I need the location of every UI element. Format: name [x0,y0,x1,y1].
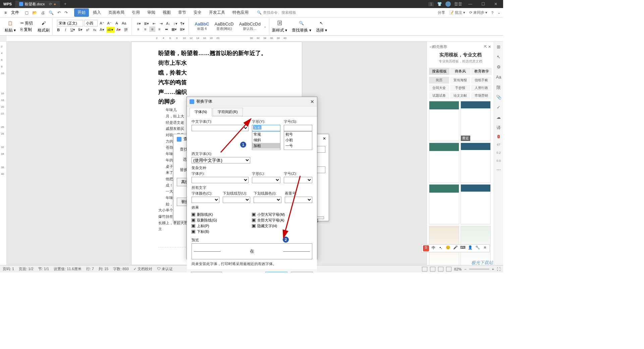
tab-security[interactable]: 安全 [190,8,205,17]
en-font-select[interactable]: (使用中文字体) [192,157,250,163]
style-heading4[interactable]: AaBbC标题 4 [192,20,211,32]
double-strike-check[interactable]: 双删除线(G) [192,218,252,223]
ime-tool-icon[interactable]: 🔧 [475,245,481,251]
shading-icon[interactable]: ▦▾ [170,27,178,32]
undo-icon[interactable]: ↶ [56,10,62,16]
hamburger-icon[interactable]: ≡ [3,10,8,15]
template-thumb[interactable]: 最近 [461,101,491,141]
open-icon[interactable]: 📂 [31,10,39,16]
tab-devtools[interactable]: 开发工具 [206,8,228,17]
style-icon[interactable]: Aa [496,74,501,80]
style-input[interactable]: 加粗 [252,125,280,131]
paste-button[interactable]: 📋 粘贴 ▾ [3,19,18,34]
highlight-icon[interactable]: ab▾ [106,27,114,33]
tab-close-icon[interactable]: ⟳ [49,2,52,6]
minimize-button[interactable]: — [466,2,475,6]
view-outline-icon[interactable] [430,267,435,271]
align-right-icon[interactable]: ≡ [149,27,155,32]
subscript-check[interactable]: 下标(B) [192,229,252,234]
allcaps-check[interactable]: 全部大写字母(A) [252,218,312,223]
superscript-icon[interactable]: x² [85,27,91,33]
font-size-select[interactable] [84,20,98,27]
subscript-icon[interactable]: x₂ [92,27,98,33]
format-painter-button[interactable]: 🖌 格式刷 [36,19,52,34]
tab-font[interactable]: 字体(N) [190,108,212,116]
ime-menu-icon[interactable]: ≡ [482,245,488,251]
user-avatar[interactable] [445,1,451,7]
command-search[interactable]: 🔍 查找命令、搜索模板 [257,10,296,15]
ime-emoji-icon[interactable]: 😊 [445,245,451,251]
collapse-ribbon-icon[interactable]: ⌄ [497,10,500,15]
select-icon[interactable]: ↖ [496,54,501,60]
shrink-font-icon[interactable]: A⁻ [106,20,113,26]
font-color-select[interactable] [192,197,219,203]
more-icon[interactable]: ⋯ [496,167,501,172]
view-web-icon[interactable] [438,267,443,271]
sogou-icon[interactable]: S [423,245,429,251]
redo-icon[interactable]: ↷ [63,10,69,16]
help-icon[interactable]: ? [491,11,493,15]
complex-style-select[interactable] [252,177,280,183]
find-replace-button[interactable]: 🔍 查找替换 ▾ [290,19,313,34]
ime-keyboard-icon[interactable]: ⌨ [460,245,466,251]
limit-icon[interactable]: 限 [496,85,501,90]
smallcaps-check[interactable]: 小型大写字母(M) [252,212,312,217]
style-default[interactable]: AaBbCcDd默认段… [237,20,263,32]
tab-char-spacing[interactable]: 字符间距(R) [213,108,243,116]
ime-punct-icon[interactable]: •, [438,245,444,251]
style-listbox[interactable]: 常规 倾斜 加粗 [252,131,280,150]
style-normal-web[interactable]: AaBbCcD普通(网站) [212,20,236,32]
sb-words[interactable]: 字数: 893 [113,266,128,271]
indent-right-icon[interactable]: ⇥ [158,21,164,27]
ime-cn-icon[interactable]: 中 [430,245,436,251]
sb-proof[interactable]: ✓ 文档校对 [133,266,152,271]
settings-icon[interactable]: ⚙ [496,64,501,70]
tab-layout[interactable]: 页面布局 [105,8,128,17]
strike-check[interactable]: 删除线(K) [192,212,252,217]
zoom-slider[interactable] [469,268,489,270]
share-button[interactable]: 分享 [438,10,445,15]
clip-icon[interactable]: 📎 [496,95,501,100]
tab-insert[interactable]: 插入 [90,8,104,17]
align-justify-icon[interactable]: ≡ [156,27,162,32]
rp-tab-search[interactable]: 搜索模板 [429,68,449,75]
complex-font-select[interactable] [192,177,249,183]
copy-icon[interactable]: ⎘ [20,27,23,32]
proof-icon[interactable]: ✓ [496,105,501,110]
preview-icon[interactable]: 🔍 [47,10,55,16]
sb-auth[interactable]: 🛡 未认证 [157,266,173,271]
underline-icon[interactable]: U▾ [69,27,76,33]
underline-style-select[interactable] [223,197,251,203]
strike-icon[interactable]: S̶▾ [77,27,84,33]
translate-icon[interactable]: 译 [496,125,501,130]
print-icon[interactable]: 🖨 [40,10,46,16]
font-color-icon[interactable]: A▾ [115,27,122,33]
template-thumb[interactable] [429,101,459,141]
zoom-label[interactable]: 82% [454,267,462,271]
superscript-check[interactable]: 上标(P) [192,223,252,229]
underline-color-select[interactable] [254,197,281,203]
tab-start[interactable]: 开始 [74,8,89,17]
file-menu[interactable]: 文件 [8,10,22,15]
template-thumb[interactable] [429,143,459,183]
ime-mic-icon[interactable]: 🎤 [452,245,459,251]
change-case-icon[interactable]: Aa [121,20,127,26]
cancel-button[interactable]: 取消 [291,272,313,272]
align-left-icon[interactable]: ≡ [135,27,141,32]
cut-icon[interactable]: ✂ [20,21,24,26]
tab-view[interactable]: 视图 [159,8,174,17]
clear-format-icon[interactable]: A̶ [114,20,120,26]
rp-tab-business[interactable]: 商务风 [450,68,471,75]
sb-pageof[interactable]: 页面: 1/2 [19,266,33,271]
borders-icon[interactable]: ⊞▾ [179,27,186,32]
sb-page[interactable]: 页码: 1 [3,266,14,271]
zoom-in-icon[interactable]: + [492,267,494,271]
grow-font-icon[interactable]: A⁺ [99,20,105,26]
template-thumb[interactable] [429,184,459,225]
emphasis-select[interactable] [285,197,313,203]
default-button[interactable]: 默认(D)... [191,272,222,272]
show-marks-icon[interactable]: ¶▾ [179,21,185,27]
numbering-icon[interactable]: ≣▾ [143,21,150,27]
ok-button[interactable]: 确定 [265,272,287,272]
new-icon[interactable]: ▢ [23,10,30,16]
